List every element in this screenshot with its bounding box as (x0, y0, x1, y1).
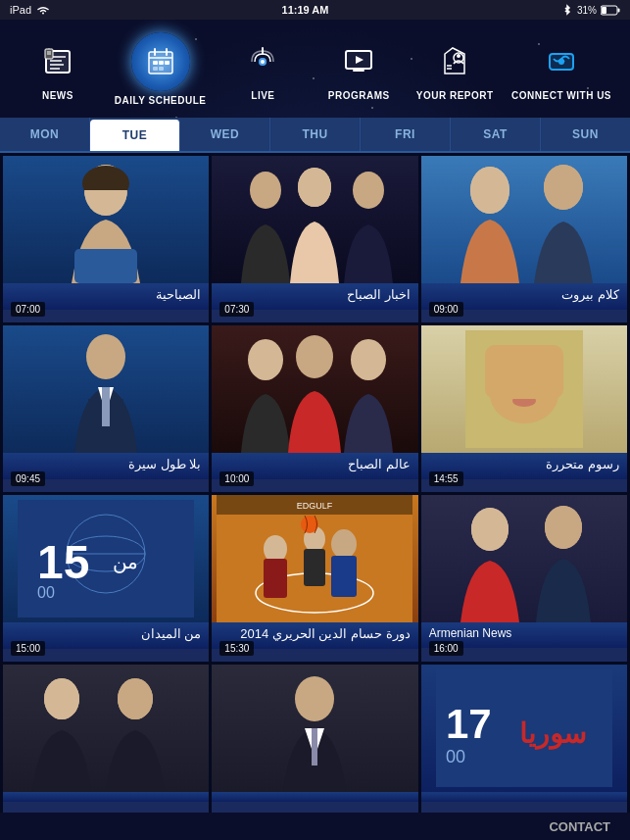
syria-graphic: 17 00 سوريا (436, 669, 612, 787)
schedule-cell-4[interactable]: بلا طول سيرة 09:45 (3, 325, 209, 492)
live-icon (247, 46, 278, 77)
nav-item-daily-schedule[interactable]: DAILY SCHEDULE (115, 32, 207, 106)
contact-label[interactable]: CONTACT (549, 819, 610, 834)
battery-icon (601, 5, 620, 16)
svg-point-32 (457, 54, 460, 58)
your-report-label: YOUR REPORT (416, 90, 494, 101)
news-icon-wrap (33, 37, 82, 86)
cell-info-11 (212, 792, 417, 802)
svg-rect-2 (618, 8, 620, 12)
cell-info-12 (421, 792, 627, 802)
cell-time-2: 07:30 (219, 302, 254, 317)
schedule-cell-7[interactable]: 15 00 من من الميدان 15:00 (3, 495, 209, 662)
cell-time-1: 07:00 (11, 302, 45, 317)
cell-image-5 (212, 325, 417, 453)
man-suit-silhouette (47, 325, 165, 453)
meme-cartoon (465, 330, 583, 448)
tab-mon[interactable]: MON (0, 118, 90, 151)
your-report-icon-wrap (430, 37, 479, 86)
svg-rect-18 (165, 61, 170, 65)
svg-point-54 (248, 339, 283, 380)
svg-point-92 (118, 678, 153, 719)
schedule-cell-3[interactable]: كلام بيروت 09:00 (421, 156, 627, 322)
cell-title-9: Armenian News (429, 626, 619, 642)
cell-image-9 (421, 495, 627, 622)
svg-text:00: 00 (37, 584, 55, 601)
svg-text:EDGULF: EDGULF (297, 501, 333, 511)
svg-point-76 (264, 535, 287, 563)
schedule-cell-5[interactable]: عالم الصباح 10:00 (212, 325, 417, 492)
status-time: 11:19 AM (282, 4, 329, 16)
connect-label: CONNECT WITH US (511, 90, 611, 101)
cell-time-9: 16:00 (429, 641, 463, 656)
schedule-cell-10[interactable] (3, 665, 209, 813)
status-left: iPad (10, 4, 49, 16)
num-graphic: 15 00 من (18, 500, 194, 618)
nav-item-live[interactable]: LIVE (223, 37, 302, 101)
cell-info-10 (3, 792, 209, 802)
nav-item-programs[interactable]: PROGRAMS (319, 37, 398, 101)
cell-time-7: 15:00 (11, 641, 45, 656)
cell-image-1 (3, 156, 209, 283)
svg-point-25 (261, 60, 265, 64)
cell-time-6: 14:55 (429, 471, 463, 486)
svg-rect-81 (304, 549, 325, 586)
schedule-cell-2[interactable]: اخبار الصباح 07:30 (212, 156, 417, 322)
svg-point-86 (471, 508, 509, 551)
svg-rect-17 (159, 61, 164, 65)
nav-item-connect[interactable]: CONNECT WITH US (511, 37, 611, 101)
svg-rect-16 (153, 61, 158, 65)
svg-point-56 (351, 339, 386, 380)
schedule-cell-9[interactable]: Armenian News 16:00 (421, 495, 627, 662)
svg-text:من: من (113, 551, 138, 573)
schedule-cell-8[interactable]: EDGULF دورة حسام الدين الحريري 2014 15:3… (212, 495, 417, 662)
carrier-label: iPad (10, 4, 31, 16)
nav-item-your-report[interactable]: YOUR REPORT (415, 37, 494, 101)
cell-image-12: 17 00 سوريا (421, 665, 627, 792)
svg-point-49 (544, 165, 583, 210)
schedule-cell-12[interactable]: 17 00 سوريا (421, 665, 627, 813)
svg-rect-1 (602, 7, 606, 14)
svg-rect-39 (74, 249, 137, 283)
tab-fri[interactable]: FRI (361, 118, 451, 151)
day-tabs: MON TUE WED THU FRI SAT SUN (0, 118, 630, 153)
your-report-icon (439, 46, 470, 77)
daily-schedule-icon (145, 46, 176, 77)
schedule-cell-6[interactable]: رسوم متحررة 14:55 (421, 325, 627, 492)
svg-point-90 (44, 678, 79, 719)
svg-point-78 (331, 529, 357, 559)
cell-image-4 (3, 325, 209, 453)
cell-time-4: 09:45 (11, 471, 45, 486)
svg-text:سوريا: سوريا (519, 718, 586, 750)
svg-point-50 (86, 334, 125, 379)
tab-sat[interactable]: SAT (451, 118, 541, 151)
cell-image-2 (212, 156, 417, 283)
schedule-cell-1[interactable]: الصباحية 07:00 (3, 156, 209, 322)
schedule-grid: الصباحية 07:00 (0, 153, 630, 813)
tab-sun[interactable]: SUN (541, 118, 630, 151)
top-nav: NEWS DAILY SCHEDULE (0, 20, 630, 118)
cell-image-7: 15 00 من (3, 495, 209, 622)
svg-rect-77 (264, 559, 287, 598)
armenian-news-silhouette (426, 495, 622, 622)
cell-image-3 (421, 156, 627, 283)
tab-wed[interactable]: WED (180, 118, 270, 151)
svg-point-45 (353, 172, 384, 209)
svg-rect-79 (331, 556, 357, 597)
tab-tue[interactable]: TUE (90, 120, 180, 151)
svg-text:15: 15 (37, 536, 89, 588)
svg-rect-66 (485, 345, 563, 399)
svg-point-55 (296, 335, 333, 378)
schedule-cell-11[interactable] (212, 665, 417, 813)
tab-thu[interactable]: THU (270, 118, 361, 151)
status-bar: iPad 11:19 AM 31% (0, 0, 630, 20)
svg-point-93 (295, 676, 334, 721)
news-label: NEWS (42, 90, 73, 101)
cell-image-11 (212, 665, 417, 792)
cell-time-5: 10:00 (219, 471, 254, 486)
svg-point-88 (545, 506, 582, 549)
nav-item-news[interactable]: NEWS (19, 37, 97, 101)
news-icon (42, 46, 73, 77)
svg-text:00: 00 (446, 747, 465, 766)
cell-image-10 (3, 665, 209, 792)
